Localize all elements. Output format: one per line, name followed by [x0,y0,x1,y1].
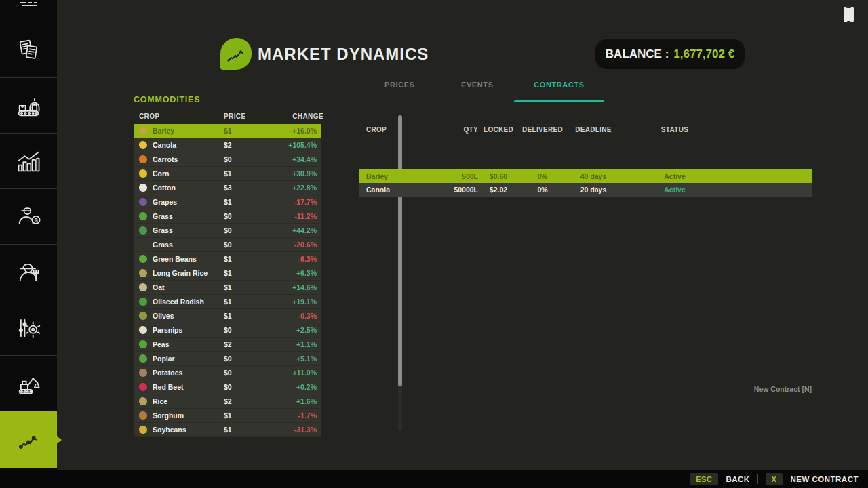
grapes-icon [139,198,147,206]
crop-change: +30.9% [273,169,317,178]
finances-icon: $ [15,203,42,230]
documents-icon [15,37,42,64]
crop-change: -31.3% [273,426,317,434]
bottom-bar: ESC BACK X NEW CONTRACT [0,470,868,488]
crop-change: +34.4% [273,155,317,163]
commodity-row[interactable]: Poplar $0 +5.1% [134,352,321,366]
commodity-row[interactable]: Sorghum $1 -1.7% [134,409,321,423]
sidebar-item-workers[interactable] [0,245,57,300]
crop-change: +5.1% [273,354,317,363]
crop-name: Sorghum [153,411,224,420]
commodity-row[interactable]: Grass $0 +44.2% [134,224,321,238]
corn-icon [139,169,147,178]
sidebar-item-contracts[interactable] [0,22,57,78]
commodity-row[interactable]: Grass $0 -11.2% [134,209,321,224]
x-key-badge[interactable]: X [766,473,783,485]
crop-price: $2 [224,397,273,405]
sidebar-item-construction[interactable] [0,356,57,411]
commodity-row[interactable]: Peas $2 +1.1% [134,338,321,352]
commodity-row[interactable]: Grapes $1 -17.7% [134,195,321,209]
commodity-row[interactable]: Long Grain Rice $1 +6.3% [134,266,321,281]
crop-change: -20.6% [273,241,317,249]
commodity-row[interactable]: Canola $2 +105.4% [134,138,321,152]
red-beet-icon [139,383,147,391]
commodity-row[interactable]: Parsnips $0 +2.5% [134,323,321,338]
col-crop: CROP [366,126,441,134]
crop-name: Oilseed Radish [153,298,224,306]
olives-icon [139,312,147,320]
commodity-row[interactable]: Potatoes $0 +11.0% [134,366,321,380]
crop-change: +44.2% [273,226,317,235]
crop-change: +19.1% [273,298,317,306]
tab-events[interactable]: EVENTS [461,81,494,89]
sidebar-item-settings[interactable] [0,300,57,356]
commodity-row[interactable]: Grass $0 -20.6% [134,238,321,252]
long-grain-rice-icon [139,269,147,277]
crop-change: +0.2% [273,383,317,391]
crop-name: Canola [153,141,224,149]
crop-name: Long Grain Rice [153,269,224,277]
crop-change: +22.8% [273,184,317,192]
phone-icon [844,7,854,22]
commodity-row[interactable]: Soybeans $1 -31.3% [134,423,321,437]
footer-separator [757,474,758,484]
crop-change: -17.7% [273,198,317,206]
sidebar-item-market-dynamics[interactable] [0,411,57,468]
col-change: CHANGE [273,113,323,120]
contract-deadline: 40 days [566,172,620,180]
crop-name: Rice [153,397,224,405]
back-button[interactable]: BACK [726,475,749,483]
commodity-row[interactable]: Carrots $0 +34.4% [134,152,321,167]
col-deadline: DEADLINE [566,126,620,134]
crop-price: $0 [224,326,273,334]
crop-name: Poplar [153,354,224,363]
col-locked: LOCKED [478,126,519,134]
tab-prices[interactable]: PRICES [384,81,415,89]
commodities-title: COMMODITIES [134,95,326,104]
soybeans-icon [139,426,147,434]
green-beans-icon [139,255,147,263]
sidebar-item-production[interactable] [0,78,57,134]
commodities-header: CROP PRICE CHANGE [134,113,326,120]
contract-deadline: 20 days [566,186,620,194]
commodity-row[interactable]: Rice $2 +1.6% [134,394,321,409]
grass-icon [139,212,147,220]
oat-icon [139,283,147,291]
market-dynamics-logo [220,38,252,70]
crop-price: $0 [224,241,273,249]
balance-label: BALANCE : [606,47,669,61]
crop-change: +105.4% [273,141,317,149]
canola-icon [139,141,147,149]
commodity-row[interactable]: Oat $1 +14.6% [134,281,321,295]
new-contract-button[interactable]: NEW CONTRACT [790,475,859,483]
commodity-row[interactable]: Oilseed Radish $1 +19.1% [134,295,321,309]
sidebar-item-statistics[interactable] [0,134,57,189]
commodity-row[interactable]: Green Beans $1 -6.3% [134,252,321,266]
crop-name: Olives [153,312,224,320]
commodity-row[interactable]: Corn $1 +30.9% [134,167,321,181]
contract-row[interactable]: Barley 500L $0.60 0% 40 days Active [359,169,812,183]
commodity-row[interactable]: Cotton $3 +22.8% [134,181,321,195]
tab-contracts[interactable]: CONTRACTS [514,81,604,102]
crop-price: $0 [224,383,273,391]
esc-key-badge[interactable]: ESC [690,473,718,485]
rice-icon [139,397,147,405]
commodity-row[interactable]: Barley $1 +16.0% [134,124,321,138]
construction-icon [15,370,42,397]
carrots-icon [139,155,147,163]
commodity-row[interactable]: Red Beet $0 +0.2% [134,380,321,394]
commodity-row[interactable]: Olives $1 -0.3% [134,309,321,323]
crop-price: $1 [224,255,273,263]
contract-row[interactable]: Canola 50000L $2.02 0% 20 days Active [359,183,812,197]
sorghum-icon [139,411,147,420]
sidebar-item-finances[interactable]: $ [0,189,57,245]
new-contract-hint: New Contract [N] [754,385,812,393]
svg-text:$: $ [35,216,38,223]
peas-icon [139,340,147,348]
crop-name: Parsnips [153,326,224,334]
contract-locked: $0.60 [478,172,519,180]
crop-price: $3 [224,184,273,192]
crop-change: -0.3% [273,312,317,320]
oilseed-radish-icon [139,298,147,306]
crop-name: Oat [153,283,224,291]
